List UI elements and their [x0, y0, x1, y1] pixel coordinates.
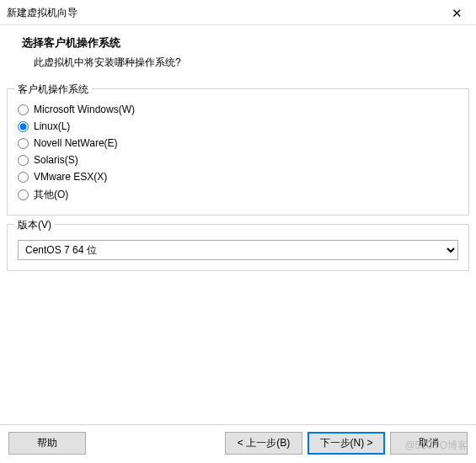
- os-radio-windows[interactable]: [18, 104, 29, 115]
- version-group: 版本(V) CentOS 7 64 位: [7, 224, 469, 271]
- os-option-windows[interactable]: Microsoft Windows(W): [18, 101, 458, 118]
- os-radio-linux[interactable]: [18, 121, 29, 132]
- version-select-wrap: CentOS 7 64 位: [18, 240, 458, 260]
- os-option-novell[interactable]: Novell NetWare(E): [18, 135, 458, 152]
- guest-os-group: 客户机操作系统 Microsoft Windows(W) Linux(L) No…: [7, 88, 469, 216]
- os-radio-group: Microsoft Windows(W) Linux(L) Novell Net…: [18, 101, 458, 205]
- os-option-other[interactable]: 其他(O): [18, 185, 458, 205]
- os-label-vmware: VMware ESX(X): [34, 171, 107, 183]
- guest-os-legend: 客户机操作系统: [14, 82, 92, 97]
- os-label-novell: Novell NetWare(E): [34, 137, 118, 149]
- wizard-header: 选择客户机操作系统 此虚拟机中将安装哪种操作系统?: [0, 25, 476, 82]
- titlebar: 新建虚拟机向导 ✕: [0, 0, 476, 25]
- os-radio-vmware[interactable]: [18, 172, 29, 183]
- os-label-other: 其他(O): [34, 188, 68, 202]
- os-option-vmware[interactable]: VMware ESX(X): [18, 168, 458, 185]
- wizard-content: 客户机操作系统 Microsoft Windows(W) Linux(L) No…: [0, 82, 476, 271]
- os-label-linux: Linux(L): [34, 120, 70, 132]
- back-button[interactable]: < 上一步(B): [225, 432, 302, 455]
- cancel-button[interactable]: 取消: [390, 432, 468, 455]
- next-button[interactable]: 下一步(N) >: [308, 432, 385, 455]
- page-subtitle: 此虚拟机中将安装哪种操作系统?: [34, 56, 468, 70]
- os-radio-other[interactable]: [18, 189, 29, 200]
- wizard-footer: 帮助 < 上一步(B) 下一步(N) > 取消: [0, 424, 476, 463]
- page-title: 选择客户机操作系统: [22, 35, 468, 51]
- os-option-solaris[interactable]: Solaris(S): [18, 152, 458, 168]
- close-icon[interactable]: ✕: [447, 5, 468, 21]
- os-label-solaris: Solaris(S): [34, 154, 78, 166]
- os-radio-novell[interactable]: [18, 138, 29, 149]
- footer-nav: < 上一步(B) 下一步(N) > 取消: [225, 432, 468, 455]
- os-label-windows: Microsoft Windows(W): [34, 104, 135, 115]
- version-select[interactable]: CentOS 7 64 位: [18, 240, 458, 260]
- version-legend: 版本(V): [14, 218, 55, 232]
- os-radio-solaris[interactable]: [18, 155, 29, 166]
- help-button[interactable]: 帮助: [8, 432, 86, 455]
- os-option-linux[interactable]: Linux(L): [18, 118, 458, 135]
- window-title: 新建虚拟机向导: [7, 6, 78, 20]
